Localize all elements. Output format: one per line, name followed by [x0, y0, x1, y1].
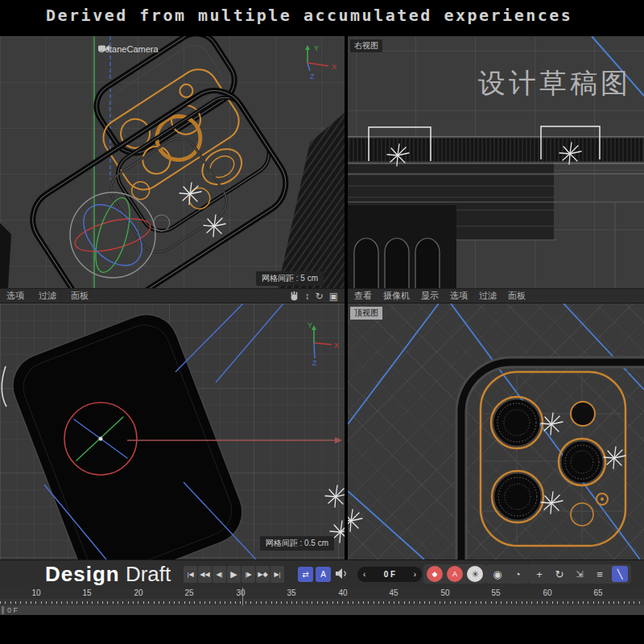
rotate-view-icon[interactable]: ↻	[316, 291, 324, 302]
watermark-text: 设计草稿图	[478, 65, 631, 102]
frame-decrement[interactable]: ‹	[363, 570, 365, 579]
timeline-range-bar[interactable]: 0 F	[0, 605, 644, 615]
playback-rate-button[interactable]: ◔	[510, 566, 526, 582]
rightview-viewport-menubar: 查看 摄像机 显示 选项 过滤 面板	[348, 288, 644, 303]
menu-panel[interactable]: 面板	[71, 290, 89, 302]
svg-text:Z: Z	[310, 72, 315, 80]
menu-view[interactable]: 查看	[354, 290, 372, 302]
toggle-view-icon[interactable]: ▣	[329, 291, 338, 302]
page-title: Derived from multiple accumulated experi…	[46, 6, 572, 25]
menu-options[interactable]: 选项	[450, 290, 468, 302]
goto-end-button[interactable]: ▶|	[270, 566, 284, 583]
record-position-button[interactable]: +	[531, 566, 547, 582]
camera-icon	[98, 44, 110, 52]
navigation-sphere-gizmo	[70, 192, 155, 278]
range-start-handle[interactable]	[2, 606, 4, 614]
sound-icon[interactable]	[335, 568, 349, 580]
timeline-numbers: 10 15 20 25 30 35 40 45 50 55 60 65	[0, 588, 644, 599]
viewport-top-view[interactable]: 顶视图	[348, 303, 644, 559]
grid-spacing-label: 网格间距 : 5 cm	[256, 271, 324, 286]
autokeying-button[interactable]: A	[447, 566, 463, 582]
pan-hand-icon[interactable]	[289, 291, 299, 301]
svg-text:X: X	[334, 341, 339, 349]
svg-text:Y: Y	[308, 321, 312, 329]
svg-text:Y: Y	[314, 44, 319, 52]
viewport-perspective[interactable]: OctaneCamera Y Z X 网格间距 : 5 cm	[0, 36, 345, 288]
animation-toolbar: Design Draft |◀ ◀◀ ◀| ▶ |▶ ▶◆ ▶| ⇄ A ‹ 0…	[0, 559, 644, 588]
menu-display[interactable]: 显示	[421, 290, 439, 302]
application-window: Derived from multiple accumulated experi…	[0, 0, 644, 644]
prev-frame-button[interactable]: ◀|	[213, 566, 226, 583]
autokey-toggle-button[interactable]: A	[316, 567, 331, 582]
goto-start-button[interactable]: |◀	[184, 566, 197, 583]
svg-text:X: X	[332, 63, 336, 71]
keyframe-settings-button[interactable]: ✳	[467, 566, 483, 582]
next-frame-button[interactable]: |▶	[242, 566, 255, 583]
track-record-group: + ↻ ⇲ ≡ ╲	[528, 564, 631, 584]
menu-panel[interactable]: 面板	[508, 290, 526, 302]
viewport-right-view[interactable]: 右视图 设计草稿图	[348, 36, 644, 288]
point-level-animation-button[interactable]: ╲	[612, 566, 628, 582]
menu-filter[interactable]: 过滤	[479, 290, 497, 302]
current-frame-field[interactable]: ‹ 0 F ›	[357, 567, 422, 582]
transport-controls: |◀ ◀◀ ◀| ▶ |▶ ▶◆ ▶|	[184, 566, 284, 583]
record-rotation-button[interactable]: ↻	[551, 566, 568, 582]
axis-gizmo: Y Z X	[283, 41, 340, 81]
prev-key-button[interactable]: ◀◀	[198, 566, 212, 583]
viewport-label[interactable]: 顶视图	[350, 307, 382, 320]
menu-options[interactable]: 选项	[6, 290, 24, 302]
timeline-marker[interactable]	[242, 588, 243, 605]
frame-increment[interactable]: ›	[414, 570, 416, 579]
axis-gizmo: Y X Z	[283, 316, 340, 366]
range-start-label: 0 F	[7, 606, 18, 614]
menu-filter[interactable]: 过滤	[39, 290, 56, 302]
viewport-label[interactable]: 右视图	[350, 39, 382, 52]
record-parameters-button[interactable]: ≡	[592, 566, 608, 582]
record-keyframe-button[interactable]: ◆	[427, 566, 443, 582]
svg-text:Z: Z	[312, 359, 317, 366]
timeline-tickmarks[interactable]	[0, 599, 644, 605]
record-active-objects-button[interactable]: ◉	[489, 566, 506, 582]
camera-label[interactable]: OctaneCamera	[98, 44, 159, 54]
dolly-icon[interactable]: ↕	[305, 291, 310, 302]
menu-camera[interactable]: 摄像机	[383, 290, 410, 302]
brand-text: Design Draft	[45, 562, 171, 587]
record-mode-group: ◉ ◔	[486, 564, 529, 584]
frame-value: 0 F	[384, 570, 395, 579]
play-button[interactable]: ▶	[227, 566, 241, 583]
loop-toggle-button[interactable]: ⇄	[298, 567, 313, 582]
camera-module-canvas	[348, 303, 644, 559]
grid-spacing-label: 网格间距 : 0.5 cm	[260, 536, 334, 551]
keyframe-record-group: ◆ A ✳	[423, 564, 486, 584]
record-scale-button[interactable]: ⇲	[572, 566, 588, 582]
timeline-ruler[interactable]: 10 15 20 25 30 35 40 45 50 55 60 65 0 F	[0, 588, 644, 615]
viewport-front-view[interactable]: Y X Z 网格间距 : 0.5 cm	[0, 303, 345, 559]
next-key-button[interactable]: ▶◆	[256, 566, 270, 583]
perspective-viewport-menubar: 选项 过滤 面板 ↕ ↻ ▣	[0, 288, 345, 303]
